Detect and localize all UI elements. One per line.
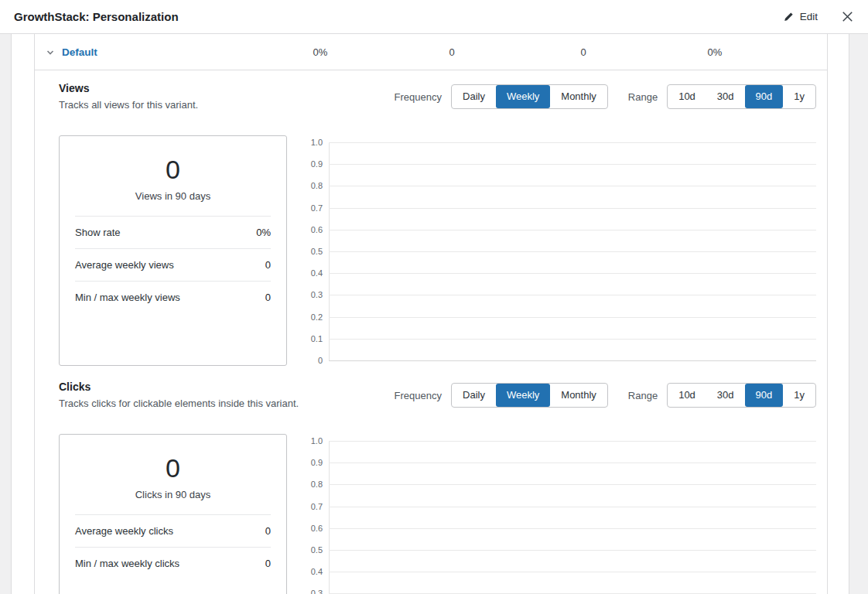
stat-value: 0 <box>265 292 271 303</box>
clicks-stat-row: Min / max weekly clicks0 <box>75 547 271 579</box>
variant-stat: 0% <box>255 46 386 58</box>
views-summary-card: 0 Views in 90 days Show rate0%Average we… <box>59 135 287 366</box>
stat-value: 0% <box>256 227 271 238</box>
edit-button-label: Edit <box>800 11 818 22</box>
y-tick-label: 0.4 <box>296 567 323 576</box>
grid-line <box>329 295 816 295</box>
views-range-option-30d[interactable]: 30d <box>706 85 745 108</box>
grid-line <box>329 441 816 442</box>
y-tick-label: 0.5 <box>296 545 323 555</box>
scroll-gutter[interactable] <box>849 34 868 594</box>
section-title: Clicks <box>59 380 299 394</box>
close-button[interactable] <box>841 10 854 23</box>
grid-line <box>329 186 816 186</box>
grid-line <box>329 273 816 274</box>
y-tick-label: 0.9 <box>296 159 323 169</box>
grid-line <box>329 484 816 485</box>
views-frequency-toggle: DailyWeeklyMonthly <box>451 84 608 109</box>
stat-label: Show rate <box>75 227 121 238</box>
grid-line <box>329 463 816 463</box>
views-frequency-option-daily[interactable]: Daily <box>452 85 496 108</box>
variant-row-default: Default 0% 0 0 0% <box>35 34 827 70</box>
y-tick-label: 0.5 <box>296 247 323 256</box>
y-tick-label: 1.0 <box>296 436 323 446</box>
page-title: GrowthStack: Personalization <box>14 10 179 23</box>
y-tick-label: 0.7 <box>296 203 323 213</box>
modal-header: GrowthStack: Personalization Edit <box>0 0 868 34</box>
clicks-range-toggle: 10d30d90d1y <box>667 383 816 408</box>
stat-value: 0 <box>265 558 271 569</box>
section-title: Views <box>59 81 198 95</box>
views-range-option-10d[interactable]: 10d <box>668 85 706 108</box>
grid-line <box>329 251 816 252</box>
clicks-summary-card: 0 Clicks in 90 days Average weekly click… <box>59 434 287 594</box>
page-background-left <box>0 34 11 594</box>
views-range-toggle: 10d30d90d1y <box>667 84 816 109</box>
grid-line <box>329 339 816 340</box>
y-tick-label: 0.1 <box>296 334 323 343</box>
clicks-frequency-option-weekly[interactable]: Weekly <box>496 384 550 407</box>
range-label: Range <box>628 390 658 401</box>
stat-value: 0 <box>265 525 271 537</box>
x-axis-line <box>329 360 816 361</box>
range-label: Range <box>628 91 658 103</box>
views-range-option-1y[interactable]: 1y <box>783 85 815 108</box>
y-tick-label: 0.2 <box>296 312 323 322</box>
clicks-range-option-30d[interactable]: 30d <box>706 384 745 407</box>
clicks-section: Clicks Tracks clicks for clickable eleme… <box>59 380 816 594</box>
y-tick-label: 0.6 <box>296 524 323 533</box>
y-tick-label: 0.3 <box>296 589 323 594</box>
grid-line <box>329 164 816 165</box>
frequency-label: Frequency <box>395 390 442 401</box>
stat-label: Min / max weekly clicks <box>75 558 179 569</box>
stat-label: Min / max weekly views <box>75 292 180 303</box>
views-total-value: 0 <box>75 155 271 184</box>
clicks-stat-row: Average weekly clicks0 <box>75 514 271 547</box>
grid-line <box>329 317 816 318</box>
close-icon <box>841 10 854 23</box>
frequency-label: Frequency <box>395 91 442 103</box>
variant-stat: 0 <box>386 46 518 58</box>
y-tick-label: 0.9 <box>296 458 323 467</box>
y-tick-label: 0.7 <box>296 502 323 511</box>
stat-label: Average weekly clicks <box>75 525 173 537</box>
y-tick-label: 1.0 <box>296 138 323 147</box>
grid-line <box>329 230 816 230</box>
grid-line <box>329 208 816 209</box>
variant-name-link[interactable]: Default <box>62 46 97 58</box>
stat-value: 0 <box>265 259 271 271</box>
grid-line <box>329 142 816 143</box>
stat-label: Average weekly views <box>75 259 174 271</box>
views-total-caption: Views in 90 days <box>75 190 271 202</box>
grid-line <box>329 507 816 507</box>
views-stat-row: Average weekly views0 <box>75 248 271 281</box>
chevron-down-icon[interactable] <box>46 46 55 57</box>
edit-button[interactable]: Edit <box>783 11 818 22</box>
views-stat-row: Show rate0% <box>75 216 271 248</box>
y-tick-label: 0.3 <box>296 290 323 299</box>
modal-body: Default 0% 0 0 0% Views Tracks all views… <box>11 34 849 594</box>
pencil-icon <box>783 11 795 22</box>
views-section: Views Tracks all views for this variant.… <box>59 81 816 368</box>
grid-line <box>329 572 816 572</box>
clicks-frequency-option-monthly[interactable]: Monthly <box>550 384 607 407</box>
views-stat-row: Min / max weekly views0 <box>75 281 271 313</box>
clicks-range-option-90d[interactable]: 90d <box>745 384 784 407</box>
variants-table: Default 0% 0 0 0% Views Tracks all views… <box>34 34 828 594</box>
y-tick-label: 0 <box>296 356 323 365</box>
variant-stat: 0 <box>518 46 649 58</box>
clicks-frequency-option-daily[interactable]: Daily <box>452 384 496 407</box>
views-frequency-option-weekly[interactable]: Weekly <box>496 85 550 108</box>
variant-stat: 0% <box>649 46 781 58</box>
clicks-chart: 1.00.90.80.70.60.50.40.30.20.10 <box>296 434 816 594</box>
views-chart: 1.00.90.80.70.60.50.40.30.20.10 <box>296 135 816 368</box>
grid-line <box>329 528 816 529</box>
clicks-total-caption: Clicks in 90 days <box>75 489 271 500</box>
views-range-option-90d[interactable]: 90d <box>745 85 784 108</box>
clicks-total-value: 0 <box>75 453 271 483</box>
clicks-range-option-1y[interactable]: 1y <box>783 384 815 407</box>
y-tick-label: 0.8 <box>296 480 323 489</box>
clicks-range-option-10d[interactable]: 10d <box>668 384 706 407</box>
views-frequency-option-monthly[interactable]: Monthly <box>550 85 607 108</box>
y-tick-label: 0.8 <box>296 181 323 190</box>
